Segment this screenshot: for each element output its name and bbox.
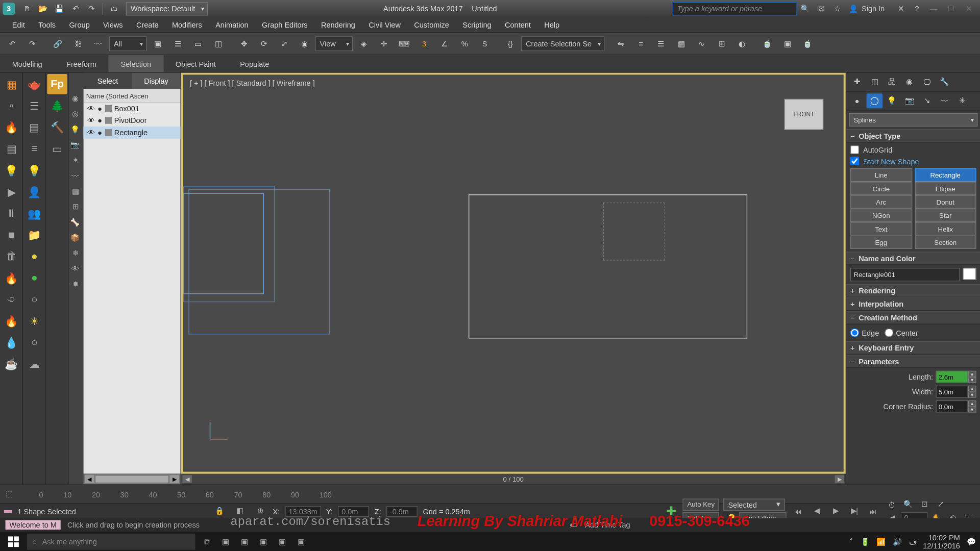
menu-customize[interactable]: Customize (407, 17, 456, 32)
create-panel-extended-icon[interactable]: ▫ (2, 95, 22, 116)
shape-text-button[interactable]: Text (850, 222, 912, 235)
cat-shapes-icon[interactable]: ◯ (867, 93, 883, 108)
filter-hidden-icon[interactable]: 👁 (69, 262, 82, 275)
manipulate-icon[interactable]: ✛ (374, 34, 393, 53)
toggle-ribbon-icon[interactable]: ▦ (672, 34, 691, 53)
tray-clock[interactable]: 10:02 PM 12/11/2016 (923, 534, 960, 550)
hammer-icon[interactable]: 🔨 (47, 117, 67, 138)
taskbar-app-3[interactable]: ▣ (256, 536, 271, 548)
move-icon[interactable]: ✥ (234, 34, 253, 53)
sphere-g-icon[interactable]: ● (24, 268, 44, 288)
menu-scripting[interactable]: Scripting (456, 17, 498, 32)
cat-geometry-icon[interactable]: ● (849, 93, 865, 108)
cat-helpers-icon[interactable]: ↘ (919, 93, 935, 108)
viewport-front[interactable]: [ + ] [ Front ] [ Standard ] [ Wireframe… (181, 72, 846, 473)
windows-start-icon[interactable] (4, 533, 23, 550)
nav-zoom-all-icon[interactable]: ⊡ (917, 498, 932, 511)
people-icon[interactable]: 👥 (24, 203, 44, 223)
corner-spinner-up[interactable]: ▲ (968, 400, 976, 407)
bind-space-warp-icon[interactable]: 〰 (89, 34, 108, 53)
auto-key-button[interactable]: Auto Key (682, 498, 719, 511)
menu-content[interactable]: Content (498, 17, 537, 32)
list-icon[interactable]: ☰ (24, 95, 44, 116)
tray-volume-icon[interactable]: 🔊 (893, 537, 902, 546)
z-coord-input[interactable]: -0.9m (386, 506, 418, 516)
object-color-swatch[interactable] (963, 268, 976, 280)
sun-icon[interactable]: ☀ (24, 311, 44, 331)
placement-icon[interactable]: ◉ (295, 34, 314, 53)
cmd-motion-icon[interactable]: ◉ (901, 74, 918, 89)
spinner-snap-icon[interactable]: S (475, 34, 494, 53)
fp-icon[interactable]: Fp (47, 74, 67, 94)
ribbon-tab-freeform[interactable]: Freeform (54, 55, 108, 72)
filter-xrefs-icon[interactable]: ⊞ (69, 200, 82, 213)
cmd-create-icon[interactable]: ✚ (849, 74, 865, 89)
menu-views[interactable]: Views (96, 17, 130, 32)
keyboard-shortcut-icon[interactable]: ⌨ (395, 34, 413, 53)
align-icon[interactable]: ≡ (631, 34, 650, 53)
redo-button[interactable]: ↷ (23, 34, 42, 53)
brew-icon[interactable]: ☕ (2, 354, 22, 374)
grid-list-icon[interactable]: ▤ (24, 117, 44, 138)
window-crossing-icon[interactable]: ◫ (209, 34, 228, 53)
edit-named-sel-icon[interactable]: {} (501, 34, 520, 53)
taskbar-app-1[interactable]: ▣ (218, 536, 233, 548)
add-time-tag[interactable]: Add Time Tag (585, 521, 630, 529)
delete-icon[interactable]: 🗑 (2, 246, 22, 267)
tree-icon[interactable]: 🌲 (47, 95, 67, 116)
cmd-hierarchy-icon[interactable]: 品 (884, 74, 900, 89)
idea-icon[interactable]: 💡 (24, 160, 44, 181)
sphere-n2-icon[interactable]: ○ (24, 333, 44, 353)
y-coord-input[interactable]: 0.0m (338, 506, 370, 516)
sphere-y-icon[interactable]: ● (24, 246, 44, 267)
nav-zoom-extents-icon[interactable]: ⤢ (933, 498, 948, 511)
explorer-tab-select[interactable]: Select (84, 72, 132, 89)
length-input[interactable]: 2.6m (936, 371, 968, 383)
creation-center-radio[interactable]: Center (885, 329, 918, 337)
app-logo[interactable]: 3 (3, 3, 15, 15)
shape-arc-button[interactable]: Arc (850, 195, 912, 209)
object-name-input[interactable]: Rectangle001 (850, 268, 960, 281)
corner-radius-input[interactable]: 0.0m (936, 400, 968, 413)
length-spinner-down[interactable]: ▼ (968, 377, 976, 383)
ribbon-tab-selection[interactable]: Selection (109, 55, 163, 72)
link-icon[interactable]: 🔗 (48, 34, 67, 53)
maximize-icon[interactable]: ☐ (943, 2, 960, 16)
close-icon[interactable]: ✕ (960, 2, 977, 16)
filter-helpers-icon[interactable]: ✦ (69, 154, 82, 167)
tray-battery-icon[interactable]: 🔋 (861, 537, 870, 546)
cat-systems-icon[interactable]: ✳ (954, 93, 970, 108)
create-panel-standard-icon[interactable]: ▦ (2, 74, 22, 94)
set-key-large-icon[interactable]: ✚ (664, 505, 678, 517)
material-editor-icon[interactable]: ◐ (732, 34, 751, 53)
cmd-display-icon[interactable]: 🖵 (919, 74, 935, 89)
ribbon-tab-populate[interactable]: Populate (228, 55, 281, 72)
cortana-search[interactable]: ○Ask me anything (27, 534, 195, 550)
user-icon[interactable]: 👤 (847, 2, 860, 15)
isolate-selection-icon[interactable]: ◧ (232, 505, 247, 517)
length-spinner-up[interactable]: ▲ (968, 371, 976, 377)
cat-spacewarps-icon[interactable]: 〰 (937, 93, 953, 108)
width-spinner-up[interactable]: ▲ (968, 386, 976, 392)
shape-egg-button[interactable]: Egg (850, 236, 912, 249)
select-by-name-icon[interactable]: ☰ (168, 34, 187, 53)
curve-editor-icon[interactable]: ∿ (692, 34, 711, 53)
rollout-parameters[interactable]: Parameters (846, 355, 980, 368)
menu-group[interactable]: Group (62, 17, 96, 32)
rollout-keyboard-entry[interactable]: Keyboard Entry (846, 341, 980, 355)
help-search-input[interactable]: Type a keyword or phrase (672, 2, 797, 15)
timeline-scroll-right[interactable]: ▶ (835, 475, 844, 483)
explorer-item[interactable]: 👁●PivotDoor (84, 114, 181, 127)
tray-lang-icon[interactable]: ف (909, 537, 917, 546)
selection-center-icon[interactable]: ⊕ (253, 505, 267, 517)
menu-edit[interactable]: Edit (6, 17, 32, 32)
rect-region-icon[interactable]: ▭ (188, 34, 207, 53)
cat-cameras-icon[interactable]: 📷 (901, 93, 918, 108)
rollout-object-type[interactable]: Object Type (846, 129, 980, 142)
goto-end-icon[interactable]: ⏭ (866, 505, 880, 517)
selection-filter[interactable]: All (109, 36, 147, 51)
rotate-icon[interactable]: ⟳ (255, 34, 274, 53)
schematic-view-icon[interactable]: ⊞ (712, 34, 731, 53)
stop-icon[interactable]: ■ (2, 225, 22, 245)
width-spinner-down[interactable]: ▼ (968, 392, 976, 398)
